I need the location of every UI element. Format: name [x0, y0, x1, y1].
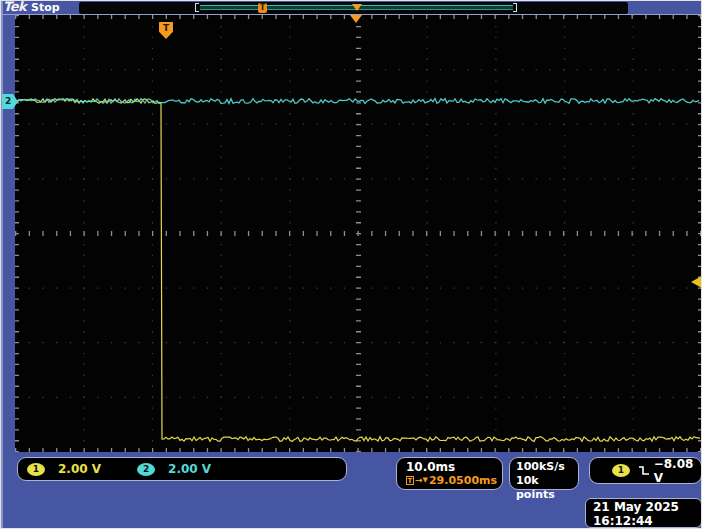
- window-bracket-left-icon: [195, 3, 199, 12]
- trigger-readout: 1 −8.08 V: [589, 457, 702, 484]
- trigger-position-value: 29.0500ms: [429, 474, 497, 487]
- date-value: 21 May 2025: [593, 500, 701, 514]
- trigger-level-value: −8.08 V: [654, 457, 701, 485]
- expansion-point-bar-icon: [352, 4, 362, 11]
- trigger-source-badge: 1: [612, 464, 630, 477]
- channel-scale-readout: 1 2.00 V 2 2.00 V: [17, 457, 347, 481]
- falling-edge-icon: [638, 465, 649, 476]
- trigger-level-arrow-icon: [691, 276, 702, 288]
- waveform-display: T 2: [15, 15, 702, 452]
- expansion-point-icon: [350, 15, 362, 23]
- arrow-right-icon: →: [415, 474, 423, 487]
- tek-logo: Tek: [3, 0, 26, 14]
- trigger-position-readout: T → ▼ 29.0500ms: [406, 474, 502, 487]
- top-status-bar: Tek Stop T: [1, 1, 702, 15]
- acquisition-preview-bar: T: [79, 2, 628, 14]
- oscilloscope-screenshot: Tek Stop T: [0, 0, 702, 529]
- graticule: [15, 15, 702, 452]
- channel1-badge: 1: [27, 463, 45, 476]
- triangle-down-icon: ▼: [423, 474, 428, 487]
- sample-rate-value: 100kS/s: [516, 460, 578, 474]
- channel1-trace: [17, 99, 700, 442]
- acquisition-readout: 100kS/s 10k points: [509, 457, 579, 490]
- horizontal-readout: 10.0ms T → ▼ 29.0500ms: [396, 457, 503, 490]
- channel1-vertical-scale: 2.00 V: [58, 462, 101, 476]
- datetime-readout: 21 May 2025 16:12:44: [585, 498, 702, 528]
- time-value: 16:12:44: [593, 514, 701, 528]
- trigger-position-bar-icon: T: [258, 3, 267, 13]
- acquisition-status: Stop: [31, 1, 60, 14]
- record-length-value: 10k points: [516, 474, 578, 502]
- channel2-badge: 2: [137, 463, 155, 476]
- window-bracket-right-icon: [513, 3, 517, 12]
- trigger-t-icon: T: [406, 476, 414, 485]
- channel2-vertical-scale: 2.00 V: [168, 462, 211, 476]
- timebase-value: 10.0ms: [406, 460, 502, 474]
